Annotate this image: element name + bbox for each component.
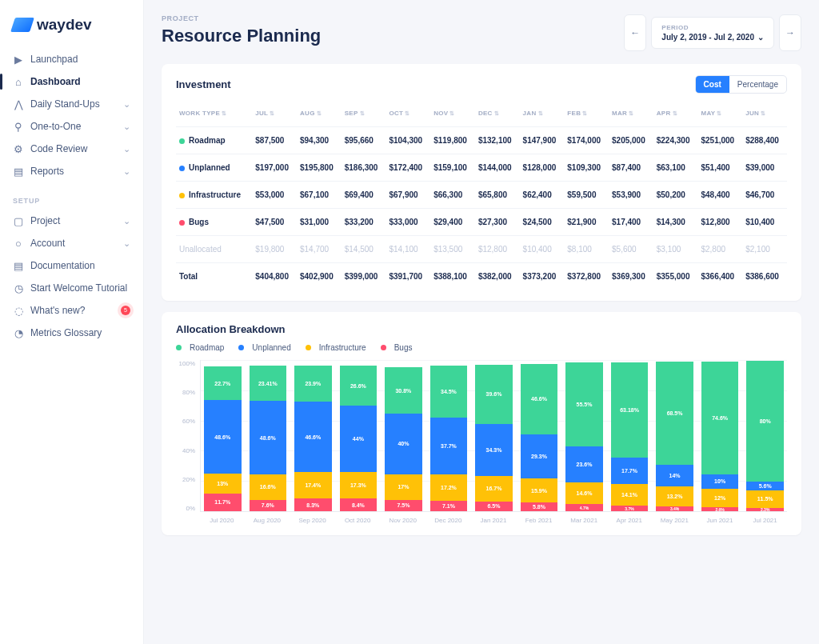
column-header[interactable]: FEB⇅	[564, 103, 609, 127]
bar-segment-bugs: 5.8%	[521, 502, 558, 511]
sidebar-item-what-s-new-[interactable]: ◌What's new?5	[0, 299, 143, 322]
sidebar-item-one-to-one[interactable]: ⚲One-to-One⌄	[0, 115, 143, 138]
value-cell: $69,400	[342, 182, 386, 209]
bar-segment-infrastructure: 12%	[701, 489, 739, 507]
bar-segment-unplanned: 48.6%	[250, 401, 287, 474]
column-header[interactable]: APR⇅	[653, 103, 698, 127]
bar-column[interactable]: 5.8%15.9%29.3%46.6%	[521, 360, 558, 511]
value-cell: $174,000	[564, 127, 609, 154]
one-to-one-icon: ⚲	[13, 121, 24, 132]
bar-segment-roadmap: 22.7%	[204, 366, 242, 401]
value-cell: $132,100	[475, 127, 520, 154]
nav-setup: ▢Project⌄○Account⌄▤Documentation◷Start W…	[0, 210, 143, 344]
chevron-down-icon: ⌄	[123, 238, 130, 249]
sidebar-item-metrics-glossary[interactable]: ◔Metrics Glossary	[0, 322, 143, 344]
column-header[interactable]: JAN⇅	[520, 103, 565, 127]
logo[interactable]: waydev	[0, 11, 143, 48]
column-header[interactable]: JUN⇅	[742, 103, 787, 127]
bar-segment-roadmap: 26.6%	[340, 366, 378, 406]
table-row: Unplanned$197,000$195,800$186,300$172,40…	[176, 154, 787, 182]
sidebar: waydev ▶Launchpad⌂Dashboard⋀Daily Stand-…	[0, 0, 144, 644]
bar-column[interactable]: 3.4%13.2%14%68.5%	[656, 360, 693, 511]
column-header[interactable]: DEC⇅	[475, 103, 520, 127]
x-tick: Jun 2021	[701, 517, 739, 524]
y-tick: 100%	[176, 360, 195, 367]
column-header[interactable]: JUL⇅	[252, 103, 297, 127]
column-header[interactable]: NOV⇅	[430, 103, 475, 127]
total-cell: $366,400	[697, 263, 742, 290]
bar-column[interactable]: 8.4%17.3%44%26.6%	[340, 360, 378, 511]
bar-column[interactable]: 11.7%13%48.6%22.7%	[204, 360, 242, 511]
legend-item[interactable]: Unplanned	[238, 343, 290, 352]
sort-icon: ⇅	[405, 110, 410, 116]
sidebar-item-label: Reports	[30, 166, 117, 177]
value-cell: $87,500	[252, 127, 297, 154]
table-row: Infrastructure$53,000$67,100$69,400$67,9…	[176, 182, 787, 209]
sidebar-item-documentation[interactable]: ▤Documentation	[0, 254, 143, 277]
sidebar-item-start-welcome-tutorial[interactable]: ◷Start Welcome Tutorial	[0, 277, 143, 299]
bar-segment-unplanned: 44%	[340, 406, 378, 472]
x-tick: May 2021	[656, 517, 693, 524]
value-cell: $46,700	[742, 182, 787, 209]
bar-segment-infrastructure: 17.4%	[294, 472, 332, 498]
value-cell: $53,900	[609, 182, 653, 209]
sidebar-item-reports[interactable]: ▤Reports⌄	[0, 160, 143, 182]
bar-segment-unplanned: 17.7%	[611, 458, 649, 484]
color-dot-icon	[179, 193, 185, 198]
sidebar-item-account[interactable]: ○Account⌄	[0, 232, 143, 254]
period-next-button[interactable]: →	[779, 14, 801, 51]
sidebar-item-label: One-to-One	[30, 121, 117, 132]
page-title: Resource Planning	[162, 26, 321, 46]
legend-label: Roadmap	[190, 343, 224, 352]
column-header[interactable]: WORK TYPE⇅	[176, 103, 252, 127]
column-header[interactable]: MAY⇅	[697, 103, 742, 127]
bar-column[interactable]: 7.5%17%40%30.8%	[385, 360, 422, 511]
sort-icon: ⇅	[270, 110, 274, 116]
bar-segment-bugs: 6.5%	[475, 502, 513, 511]
bar-column[interactable]: 3.7%14.1%17.7%63.18%	[611, 360, 649, 511]
value-cell: $95,660	[342, 127, 386, 154]
bar-segment-unplanned: 14%	[656, 465, 693, 486]
column-header[interactable]: SEP⇅	[342, 103, 386, 127]
value-cell: $197,000	[252, 154, 297, 182]
column-header[interactable]: AUG⇅	[297, 103, 342, 127]
bar-segment-roadmap: 63.18%	[611, 362, 649, 458]
bar-column[interactable]: 6.5%16.7%34.3%39.6%	[475, 360, 513, 511]
what-s-new--icon: ◌	[13, 305, 24, 316]
sidebar-item-label: Dashboard	[30, 76, 130, 87]
bar-column[interactable]: 4.7%14.6%23.6%55.5%	[565, 360, 603, 511]
sidebar-item-project[interactable]: ▢Project⌄	[0, 210, 143, 232]
bar-segment-bugs: 8.3%	[294, 498, 332, 511]
bar-segment-roadmap: 80%	[746, 361, 784, 482]
bar-segment-infrastructure: 17.2%	[430, 474, 468, 501]
bar-column[interactable]: 2.3%11.5%5.6%80%	[746, 360, 784, 511]
bar-column[interactable]: 8.3%17.4%46.6%23.9%	[294, 360, 332, 511]
start-welcome-tutorial-icon: ◷	[13, 282, 24, 294]
x-tick: Jan 2021	[475, 517, 513, 524]
sidebar-item-launchpad[interactable]: ▶Launchpad	[0, 48, 143, 70]
bar-column[interactable]: 7.1%17.2%37.7%34.5%	[430, 360, 468, 511]
sidebar-item-label: Documentation	[30, 260, 130, 271]
column-header[interactable]: OCT⇅	[386, 103, 430, 127]
bar-segment-bugs: 7.5%	[385, 500, 422, 511]
period-prev-button[interactable]: ←	[624, 14, 646, 51]
value-cell: $12,800	[475, 236, 520, 263]
legend-item[interactable]: Bugs	[381, 343, 413, 352]
bar-segment-roadmap: 74.6%	[701, 362, 739, 474]
sidebar-item-dashboard[interactable]: ⌂Dashboard	[0, 70, 143, 93]
value-cell: $63,100	[653, 154, 698, 182]
value-cell: $67,100	[297, 182, 342, 209]
period-display[interactable]: PERIOD July 2, 2019 - Jul 2, 2020⌄	[651, 17, 774, 49]
column-header[interactable]: MAR⇅	[609, 103, 653, 127]
legend-item[interactable]: Infrastructure	[306, 343, 366, 352]
bar-column[interactable]: 2.6%12%10%74.6%	[701, 360, 739, 511]
total-cell: $391,700	[386, 263, 430, 290]
legend-item[interactable]: Roadmap	[176, 343, 224, 352]
sidebar-item-code-review[interactable]: ⚙Code Review⌄	[0, 138, 143, 160]
toggle-percentage[interactable]: Percentage	[729, 76, 786, 93]
toggle-cost[interactable]: Cost	[696, 76, 729, 93]
sort-icon: ⇅	[629, 110, 633, 116]
bar-column[interactable]: 7.6%16.6%48.6%23.41%	[250, 360, 287, 511]
sidebar-item-daily-stand-ups[interactable]: ⋀Daily Stand-Ups⌄	[0, 93, 143, 115]
dashboard-icon: ⌂	[13, 76, 24, 87]
